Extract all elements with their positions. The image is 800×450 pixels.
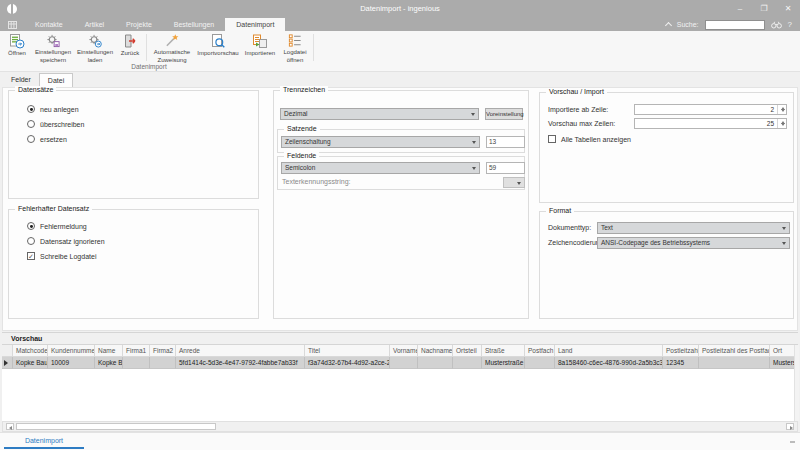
minimize-button[interactable]: – <box>728 0 752 18</box>
radio-ueberschreiben[interactable]: überschreiben <box>27 120 84 128</box>
checkbox-alle-tabellen[interactable]: Alle Tabellen anzeigen <box>548 135 631 143</box>
table-cell[interactable]: Musterstraße 22 <box>482 357 525 369</box>
radio-icon <box>27 222 35 230</box>
checkbox-icon: ✓ <box>27 252 35 260</box>
import-from-row-label: Importiere ab Zeile: <box>548 106 608 113</box>
column-header[interactable]: Nachname <box>418 345 453 357</box>
radio-neu-anlegen[interactable]: neu anlegen <box>27 105 79 113</box>
spinner-arrows-icon[interactable] <box>777 119 786 128</box>
table-cell[interactable]: 5fd1414c-5d3e-4e47-9792-4fabbe7ab33f <box>176 357 305 369</box>
spinner-arrows-icon[interactable] <box>777 105 786 114</box>
table-cell[interactable] <box>123 357 150 369</box>
table-cell[interactable] <box>525 357 555 369</box>
table-cell[interactable]: 12345 <box>663 357 699 369</box>
table-cell[interactable]: Musterstadt <box>770 357 794 369</box>
group-fehlerhafter-datensatz: Fehlerhafter Datensatz Fehlermeldung Dat… <box>8 209 259 319</box>
satzende-combo[interactable]: Zeilenschaltung <box>281 136 480 148</box>
grid-icon <box>8 21 17 29</box>
table-cell[interactable] <box>699 357 770 369</box>
column-header[interactable]: Kundennummer <box>48 345 95 357</box>
decimal-combo[interactable]: Dezimal <box>280 108 479 120</box>
auto-assign-button[interactable]: Automatische Zuweisung <box>149 32 195 63</box>
scroll-left-button[interactable] <box>6 423 14 430</box>
row-indicator-cell <box>2 357 13 369</box>
restore-button[interactable]: ❐ <box>752 0 776 18</box>
application-menu-button[interactable] <box>0 18 24 31</box>
checkbox-icon <box>548 135 556 143</box>
column-header[interactable]: Titel <box>305 345 390 357</box>
column-header[interactable]: Matchcode <box>13 345 48 357</box>
save-settings-button[interactable]: Einstellungen speichern <box>32 32 74 63</box>
column-header[interactable]: Firma1 <box>123 345 150 357</box>
group-title: Fehlerhafter Datensatz <box>15 205 92 212</box>
table-cell[interactable] <box>150 357 176 369</box>
scroll-right-button[interactable] <box>786 423 794 430</box>
help-button[interactable]: ? <box>788 20 792 29</box>
radio-ersetzen[interactable]: ersetzen <box>27 135 67 143</box>
document-type-combo[interactable]: Text <box>597 222 790 234</box>
search-input[interactable] <box>705 20 765 30</box>
tab-datei[interactable]: Datei <box>39 73 73 87</box>
import-from-row-input[interactable]: 2 <box>634 104 787 115</box>
table-cell[interactable] <box>453 357 482 369</box>
encoding-combo[interactable]: ANSI-Codepage des Betriebssystems <box>597 237 790 249</box>
open-button[interactable]: Öffnen <box>2 32 32 63</box>
table-cell[interactable]: f3a74d32-67b4-4d92-a2ce-20bdb267a6ef <box>305 357 390 369</box>
preset-button[interactable]: Voreinstellung <box>485 108 523 120</box>
column-header[interactable]: Vorname <box>390 345 418 357</box>
group-title: Format <box>546 207 574 214</box>
bottom-tab-datenimport[interactable]: Datenimport <box>4 434 84 449</box>
vertical-scrollbar[interactable] <box>794 345 799 421</box>
column-header[interactable]: Postfach <box>525 345 555 357</box>
column-header[interactable]: Anrede <box>176 345 305 357</box>
ribbon-separator <box>313 34 314 61</box>
table-cell[interactable]: Kopke Bau <box>13 357 48 369</box>
preview-data-row[interactable]: Kopke Bau10009Kopke Bau5fd1414c-5d3e-4e4… <box>2 357 794 369</box>
ribbon-tab-datenimport[interactable]: Datenimport <box>225 18 285 31</box>
table-cell[interactable] <box>418 357 453 369</box>
binoculars-icon[interactable] <box>771 21 782 29</box>
column-header[interactable]: Name <box>95 345 123 357</box>
satzende-code-input[interactable]: 13 <box>486 136 525 148</box>
document-magnifier-icon <box>210 33 226 49</box>
preview-max-rows-input[interactable]: 25 <box>634 118 787 129</box>
resize-grip[interactable] <box>790 441 795 443</box>
radio-icon <box>27 135 35 143</box>
texterkennungsstring-combo[interactable] <box>503 177 525 188</box>
feldende-code-input[interactable]: 59 <box>486 162 525 174</box>
bottom-tab-bar: Datenimport <box>0 432 800 450</box>
open-logfile-button[interactable]: Logdatei öffnen <box>279 32 311 63</box>
column-header[interactable]: Firma2 <box>150 345 176 357</box>
ribbon-tab-bestellungen[interactable]: Bestellungen <box>163 18 225 31</box>
column-header[interactable]: Straße <box>482 345 525 357</box>
tab-felder[interactable]: Felder <box>3 73 39 87</box>
import-button[interactable]: Importieren <box>241 32 279 63</box>
radio-fehlermeldung[interactable]: Fehlermeldung <box>27 222 87 230</box>
table-cell[interactable]: 10009 <box>48 357 95 369</box>
collapse-ribbon-icon[interactable] <box>665 22 672 29</box>
chevron-down-icon <box>471 113 475 116</box>
load-settings-button[interactable]: Einstellungen laden <box>74 32 116 63</box>
column-header[interactable]: Ort <box>770 345 794 357</box>
close-button[interactable]: ✕ <box>776 0 800 18</box>
scrollbar-thumb[interactable] <box>16 423 216 430</box>
radio-datensatz-ignorieren[interactable]: Datensatz ignorieren <box>27 237 105 245</box>
column-header[interactable]: Ortsteil <box>453 345 482 357</box>
table-cell[interactable] <box>390 357 418 369</box>
feldende-combo[interactable]: Semicolon <box>281 162 480 174</box>
preview-caption: Vorschau <box>2 332 798 345</box>
horizontal-scrollbar[interactable] <box>2 421 798 432</box>
ribbon-tab-kontakte[interactable]: Kontakte <box>24 18 74 31</box>
ribbon-tab-artikel[interactable]: Artikel <box>74 18 115 31</box>
checkbox-schreibe-logdatei[interactable]: ✓ Schreibe Logdatei <box>27 252 96 260</box>
ribbon-tab-projekte[interactable]: Projekte <box>115 18 163 31</box>
column-header[interactable]: Postleitzahl <box>663 345 699 357</box>
column-header[interactable]: Land <box>555 345 663 357</box>
column-header[interactable]: Postleitzahl des Postfach <box>699 345 770 357</box>
table-cell[interactable]: 8a158460-c6ec-4876-990d-2a5b3c30c530 <box>555 357 663 369</box>
back-button[interactable]: Zurück <box>116 32 144 63</box>
import-preview-button[interactable]: Importvorschau <box>195 32 241 63</box>
magic-wand-icon <box>164 33 180 48</box>
radio-icon <box>27 237 35 245</box>
table-cell[interactable]: Kopke Bau <box>95 357 123 369</box>
